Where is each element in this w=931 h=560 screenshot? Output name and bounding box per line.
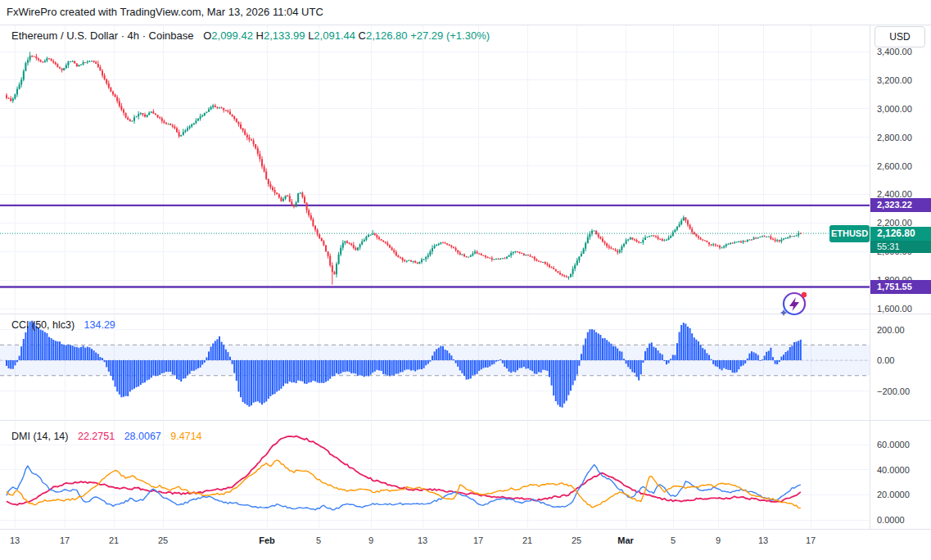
time-tick-label: 9: [716, 535, 721, 545]
last-price-badge: 2,126.80 55:31: [870, 227, 931, 253]
time-tick-label: 9: [368, 535, 373, 545]
dmi-adx-value: 22.2751: [78, 431, 115, 442]
price-tick-label: 20.0000: [877, 488, 910, 501]
price-tick-label: 1,600.00: [877, 302, 912, 315]
price-tick-label: 0.0000: [877, 513, 905, 526]
price-tick-label: 2,600.00: [877, 160, 912, 173]
main-legend: Ethereum / U.S. Dollar · 4h · Coinbase O…: [11, 29, 490, 42]
cci-legend: CCI (50, hlc3) 134.29: [11, 319, 115, 331]
time-tick-label: 25: [572, 535, 581, 545]
price-tick-label: 3,200.00: [877, 74, 912, 87]
dmi-plus-di-value: 28.0067: [124, 431, 161, 442]
price-tick-label: 2,800.00: [877, 131, 912, 144]
ohlc-label: C: [359, 29, 366, 42]
time-tick-label: 17: [806, 535, 816, 545]
price-tick-label: 0.00: [877, 354, 894, 367]
time-tick-label: 21: [109, 535, 119, 545]
price-axis[interactable]: USD 3,400.003,200.003,000.002,800.002,60…: [870, 25, 931, 529]
time-tick-label: 21: [522, 535, 532, 545]
time-tick-label: 17: [473, 535, 483, 545]
ohlc-values: O2,099.42 H2,133.99 L2,091.44 C2,126.80: [203, 29, 410, 42]
price-change: +27.29 (+1.30%): [410, 29, 490, 42]
time-tick-label: Feb: [259, 535, 275, 545]
cci-indicator-name: CCI (50, hlc3): [11, 319, 75, 331]
resistance-level-badge: 2,323.22: [870, 198, 931, 212]
ohlc-value: 2,133.99: [264, 29, 308, 42]
chart-canvas[interactable]: [0, 0, 870, 560]
ohlc-value: 2,126.80: [366, 29, 410, 42]
time-tick-label: 17: [60, 535, 70, 545]
cci-value: 134.29: [84, 319, 115, 331]
dmi-indicator-name: DMI (14, 14): [11, 431, 68, 442]
time-axis[interactable]: 13172125Feb5913172125Mar591317: [0, 529, 931, 560]
ohlc-label: H: [256, 29, 264, 42]
quick-trade-button[interactable]: [778, 287, 811, 319]
dmi-minus-di-value: 9.4714: [170, 431, 201, 442]
lightning-icon: [778, 287, 811, 319]
time-tick-label: 25: [158, 535, 168, 545]
ohlc-value: 2,091.44: [314, 29, 358, 42]
symbol-price-tag: ETHUSD: [829, 225, 870, 242]
price-tick-label: 200.00: [877, 323, 905, 336]
time-tick-label: 5: [316, 535, 321, 545]
price-tick-label: 3,400.00: [877, 45, 912, 58]
ohlc-label: O: [203, 29, 211, 42]
price-tick-label: 3,000.00: [877, 102, 912, 115]
time-tick-label: 13: [418, 535, 427, 545]
price-tick-label: 40.0000: [877, 463, 910, 476]
candle-countdown: 55:31: [870, 241, 931, 253]
dmi-legend: DMI (14, 14) 22.2751 28.0067 9.4714: [11, 431, 202, 442]
support-level-badge: 1,751.55: [870, 280, 931, 294]
last-price-value: 2,126.80: [870, 227, 931, 241]
price-tick-label: −200.00: [877, 385, 910, 398]
time-tick-label: 13: [758, 535, 768, 545]
time-tick-label: 5: [671, 535, 676, 545]
symbol-title: Ethereum / U.S. Dollar · 4h · Coinbase: [11, 29, 194, 42]
time-tick-label: 13: [10, 535, 20, 545]
time-tick-label: Mar: [617, 535, 634, 545]
ohlc-value: 2,099.42: [211, 29, 255, 42]
price-tick-label: 60.0000: [877, 438, 910, 451]
